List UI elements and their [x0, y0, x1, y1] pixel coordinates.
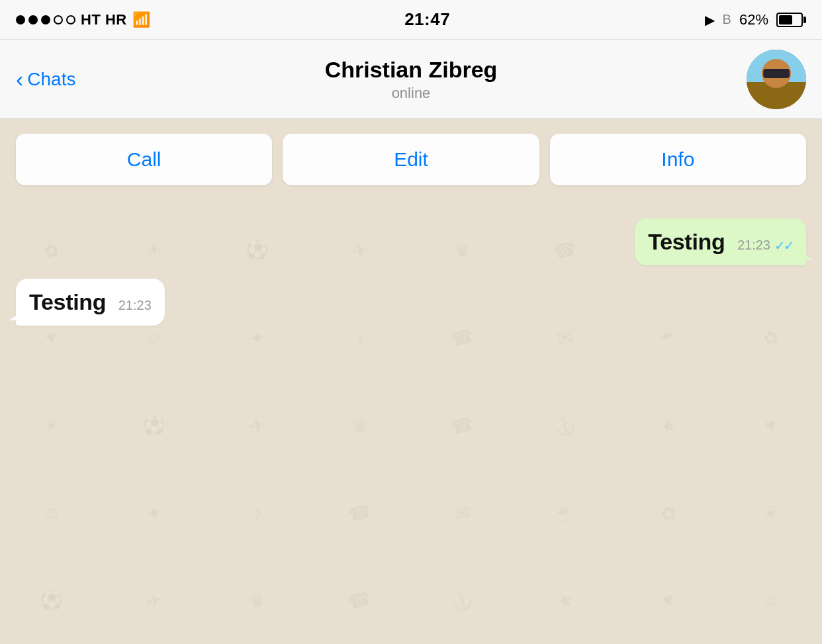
bubble-sent[interactable]: Testing 21:23 ✓✓	[635, 218, 806, 265]
carrier-label: HT HR	[81, 11, 127, 28]
messages-area: Testing 21:23 ✓✓ Testing 21:23	[0, 205, 822, 644]
call-button[interactable]: Call	[16, 134, 272, 185]
message-sent: Testing 21:23 ✓✓	[635, 218, 806, 265]
signal-dot-4	[54, 15, 63, 24]
avatar-glasses	[763, 69, 790, 77]
status-left: HT HR 📶	[16, 11, 150, 28]
nav-bar: ‹ Chats Christian Zibreg online	[0, 40, 822, 119]
bubble-received[interactable]: Testing 21:23	[16, 279, 165, 326]
info-button[interactable]: Info	[550, 134, 806, 185]
battery-percent: 62%	[739, 11, 768, 28]
msg-time-received: 21:23	[118, 298, 152, 313]
contact-avatar[interactable]	[747, 50, 806, 109]
battery-body	[776, 13, 803, 27]
signal-dot-5	[66, 15, 75, 24]
context-menu: Call Edit Info	[16, 134, 806, 185]
nav-subtitle: online	[325, 85, 498, 102]
battery-tip	[803, 17, 806, 23]
message-received: Testing 21:23	[16, 279, 451, 326]
avatar-image	[747, 50, 806, 109]
msg-meta-received: 21:23	[118, 298, 152, 313]
back-chevron-icon: ‹	[16, 68, 23, 90]
back-label: Chats	[27, 69, 75, 90]
status-time: 21:47	[404, 9, 450, 30]
status-right: ▶ B 62%	[705, 11, 806, 28]
signal-dot-1	[16, 15, 25, 24]
edit-button[interactable]: Edit	[283, 134, 539, 185]
battery-fill	[779, 15, 792, 24]
battery-icon	[776, 13, 806, 27]
msg-meta-sent: 21:23 ✓✓	[737, 238, 793, 253]
wifi-icon: 📶	[132, 11, 150, 28]
signal-dots	[16, 15, 75, 24]
avatar-head	[762, 59, 791, 88]
signal-dot-3	[41, 15, 50, 24]
msg-text-sent: Testing	[648, 229, 725, 254]
chat-area: ★ ♥ ☺ ✦ ♪ ☎ ✉ ☕ ✿ ☀ ⚽ ✈ ♛ ☎ ⚓ ★ ♥ ☺ ✦ ♪ …	[0, 119, 822, 644]
signal-dot-2	[28, 15, 38, 24]
nav-center: Christian Zibreg online	[325, 56, 498, 102]
back-button[interactable]: ‹ Chats	[16, 69, 75, 90]
msg-read-receipts: ✓✓	[774, 238, 793, 253]
location-icon: ▶	[705, 12, 715, 28]
msg-time-sent: 21:23	[737, 238, 770, 253]
bluetooth-icon: B	[723, 12, 731, 27]
status-bar: HT HR 📶 21:47 ▶ B 62%	[0, 0, 822, 40]
msg-text-received: Testing	[29, 289, 106, 314]
nav-title: Christian Zibreg	[325, 56, 498, 83]
